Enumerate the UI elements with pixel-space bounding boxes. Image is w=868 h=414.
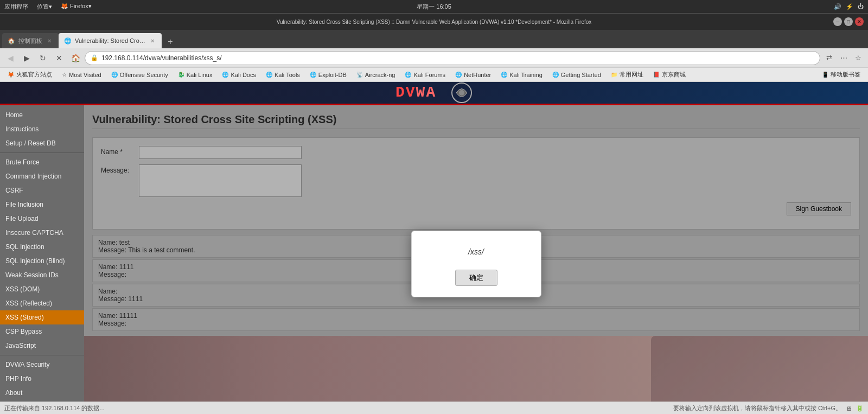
dvwa-logo: DVWA	[395, 82, 473, 104]
close-button[interactable]: ✕	[855, 17, 864, 26]
sidebar-item-instructions[interactable]: Instructions	[0, 122, 84, 136]
bookmark-nethunter[interactable]: 🌐 NetHunter	[451, 69, 495, 81]
sidebar-item-insecure-captcha[interactable]: Insecure CAPTCHA	[0, 226, 84, 240]
bookmark-kali-forums[interactable]: 🌐 Kali Forums	[400, 69, 450, 81]
sidebar-item-about[interactable]: About	[0, 386, 84, 400]
browser-title-bar: Vulnerability: Stored Cross Site Scripti…	[0, 14, 868, 30]
sidebar-item-xss-reflected[interactable]: XSS (Reflected)	[0, 296, 84, 310]
bookmark-kali-linux[interactable]: 🐉 Kali Linux	[174, 69, 217, 81]
tab-label: 控制面板	[18, 37, 42, 45]
dvwa-main: Vulnerability: Stored Cross Site Scripti…	[84, 105, 868, 402]
dvwa-logo-icon	[451, 82, 473, 104]
dvwa-sidebar: Home Instructions Setup / Reset DB Brute…	[0, 105, 84, 402]
bookmark-exploit-db[interactable]: 🌐 Exploit-DB	[305, 69, 351, 81]
sidebar-item-setup[interactable]: Setup / Reset DB	[0, 136, 84, 150]
bookmark-star-button[interactable]: ☆	[852, 52, 865, 65]
tab-favicon: 🏠	[8, 37, 15, 44]
dvwa-header: DVWA	[0, 82, 868, 105]
bookmark-kali-training[interactable]: 🌐 Kali Training	[496, 69, 547, 81]
tools-icon: 🌐	[266, 72, 272, 78]
os-apps-menu[interactable]: 应用程序	[4, 3, 28, 11]
maximize-button[interactable]: □	[844, 17, 853, 26]
bookmark-kali-docs[interactable]: 🌐 Kali Docs	[218, 69, 260, 81]
docs-icon: 🌐	[222, 72, 228, 78]
back-button[interactable]: ◀	[3, 51, 17, 65]
sidebar-section-vulns: Brute Force Command Injection CSRF File …	[0, 155, 84, 353]
bookmark-label: Offensive Security	[120, 72, 168, 78]
bookmark-offensive-security[interactable]: 🌐 Offensive Security	[107, 69, 173, 81]
tab-close-inactive[interactable]: ✕	[46, 37, 53, 44]
more-menu-button[interactable]: ⋯	[837, 52, 850, 65]
sidebar-item-weak-session[interactable]: Weak Session IDs	[0, 268, 84, 282]
modal-overlay: /xss/ 确定	[84, 105, 868, 402]
bookmark-most-visited[interactable]: ☆ Most Visited	[58, 69, 106, 81]
firefox-icon: 🦊	[8, 72, 14, 78]
power-icon[interactable]: ⏻	[858, 3, 864, 10]
sidebar-divider-1	[0, 152, 84, 153]
modal-dialog: /xss/ 确定	[411, 231, 541, 297]
sidebar-item-php-info[interactable]: PHP Info	[0, 372, 84, 386]
volume-icon[interactable]: 🔊	[834, 3, 841, 10]
bookmark-label: Getting Started	[561, 72, 601, 78]
modal-confirm-button[interactable]: 确定	[455, 270, 497, 286]
nav-right-icons: ⇄ ⋯ ☆	[822, 52, 865, 65]
minimize-button[interactable]: ─	[833, 17, 842, 26]
browser-content: DVWA Home Instructions Setup / Reset DB	[0, 82, 868, 402]
tab-xss-stored[interactable]: 🌐 Vulnerability: Stored Cro… ✕	[59, 33, 162, 48]
sidebar-item-xss-dom[interactable]: XSS (DOM)	[0, 282, 84, 296]
status-loading-text: 正在传输来自 192.168.0.114 的数据...	[4, 404, 105, 412]
sidebar-item-dvwa-security[interactable]: DVWA Security	[0, 358, 84, 372]
tab-label-active: Vulnerability: Stored Cro…	[75, 37, 145, 44]
battery-icon[interactable]: ⚡	[846, 3, 853, 10]
bookmark-jd[interactable]: 📕 京东商城	[649, 69, 690, 81]
tab-close-active[interactable]: ✕	[149, 37, 156, 44]
reload-button[interactable]: ↻	[36, 51, 50, 65]
browser-window: Vulnerability: Stored Cross Site Scripti…	[0, 13, 868, 402]
bookmark-kali-tools[interactable]: 🌐 Kali Tools	[261, 69, 304, 81]
sidebar-item-home[interactable]: Home	[0, 108, 84, 122]
url-text: 192.168.0.114/dvwa/vulnerabilities/xss_s…	[101, 54, 814, 62]
os-system-tray: 🔊 ⚡ ⏻	[834, 3, 864, 10]
sidebar-item-file-inclusion[interactable]: File Inclusion	[0, 198, 84, 212]
sidebar-item-sql-injection-blind[interactable]: SQL Injection (Blind)	[0, 254, 84, 268]
kali-icon: 🐉	[178, 72, 184, 78]
sidebar-item-file-upload[interactable]: File Upload	[0, 212, 84, 226]
os-places-menu[interactable]: 位置▾	[37, 3, 52, 11]
address-bar[interactable]: 🔒 192.168.0.114/dvwa/vulnerabilities/xss…	[85, 51, 820, 65]
bookmark-getting-started[interactable]: 🌐 Getting Started	[548, 69, 605, 81]
sidebar-section-top: Home Instructions Setup / Reset DB	[0, 108, 84, 150]
bookmark-aircrack[interactable]: 📡 Aircrack-ng	[352, 69, 400, 81]
status-icon-2: 🔋	[856, 405, 864, 412]
star-icon: ☆	[62, 72, 67, 78]
sidebar-item-csp-bypass[interactable]: CSP Bypass	[0, 324, 84, 339]
status-icon-1: 🖥	[846, 405, 852, 412]
home-button[interactable]: 🏠	[68, 51, 82, 65]
bookmark-common-sites[interactable]: 📁 常用网址	[607, 69, 648, 81]
sidebar-item-brute-force[interactable]: Brute Force	[0, 155, 84, 169]
sidebar-item-xss-stored[interactable]: XSS (Stored)	[0, 310, 84, 324]
modal-text: /xss/	[468, 247, 484, 256]
security-icon: 🔒	[91, 54, 98, 61]
bookmark-label: 火狐官方站点	[16, 71, 52, 79]
os-firefox-menu[interactable]: 🦊 Firefox▾	[61, 3, 92, 11]
bookmark-firefox-official[interactable]: 🦊 火狐官方站点	[3, 69, 56, 81]
status-hint-text: 要将输入定向到该虚拟机，请将鼠标指针移入其中或按 Ctrl+G。	[673, 404, 841, 412]
sidebar-item-javascript[interactable]: JavaScript	[0, 339, 84, 353]
bookmark-label: Kali Training	[509, 72, 542, 78]
forward-button[interactable]: ▶	[20, 51, 34, 65]
sidebar-item-csrf[interactable]: CSRF	[0, 183, 84, 198]
svg-point-1	[459, 90, 464, 95]
stop-button[interactable]: ✕	[52, 51, 66, 65]
new-tab-button[interactable]: +	[164, 35, 177, 48]
sidebar-section-bottom: DVWA Security PHP Info About	[0, 358, 84, 400]
sidebar-item-sql-injection[interactable]: SQL Injection	[0, 240, 84, 254]
bookmark-mobile[interactable]: 📱 移动版书签	[818, 69, 865, 81]
bookmark-label: Most Visited	[69, 72, 101, 78]
sidebar-item-command-injection[interactable]: Command Injection	[0, 169, 84, 183]
web-icon: 🌐	[111, 72, 118, 78]
sync-icon[interactable]: ⇄	[822, 52, 835, 65]
status-left: 正在传输来自 192.168.0.114 的数据...	[4, 404, 105, 412]
bookmark-label: Kali Tools	[275, 72, 300, 78]
tab-control-panel[interactable]: 🏠 控制面板 ✕	[2, 33, 59, 48]
os-clock: 星期一 16:05	[417, 3, 451, 11]
